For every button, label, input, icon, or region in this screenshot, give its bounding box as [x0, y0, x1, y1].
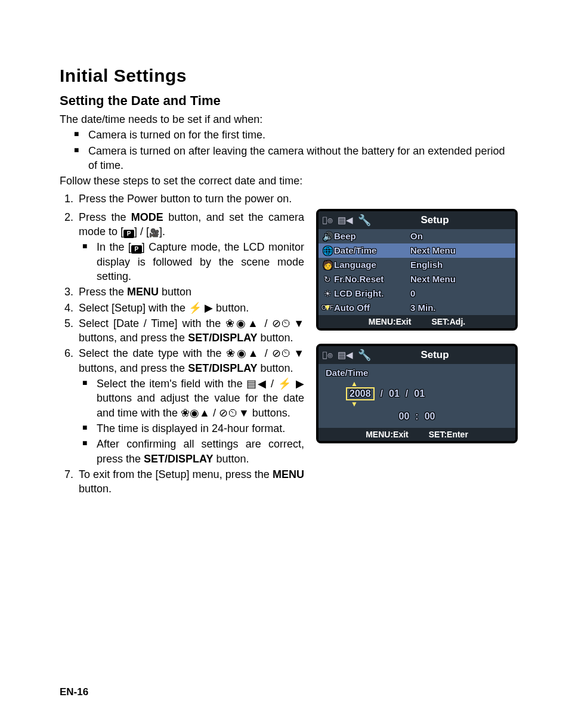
reset-icon: ↻: [321, 274, 334, 284]
step-6-sub: The time is displayed in 24-hour format.: [82, 421, 304, 436]
wrench-icon: 🔧: [358, 214, 371, 227]
nav-glyphs: ❀◉▲ / ⊘⏲▼: [225, 317, 304, 329]
year-field: 2008: [346, 387, 375, 400]
language-icon: 🧑: [321, 260, 334, 270]
wrench-icon: 🔧: [358, 348, 371, 362]
follow-text: Follow these steps to set the correct da…: [60, 174, 515, 188]
lcd-datetime-edit: ⌷◎ ▤◀ 🔧 Setup Date/Time ▲ 2008 / 01 / 01: [316, 344, 518, 443]
step-6-sub: After confirming all settings are correc…: [82, 437, 304, 466]
beep-icon: 🔊: [321, 232, 334, 241]
step-7: To exit from the [Setup] menu, press the…: [76, 467, 304, 496]
step-2: Press the MODE button, and set the camer…: [76, 210, 304, 283]
hour-field: 00: [399, 411, 410, 422]
menu-value: Next Menu: [410, 274, 456, 284]
menu-value: 3 Min.: [410, 303, 436, 313]
intro-bullet: Camera is turned on after leaving the ca…: [74, 144, 515, 173]
menu-label: LCD Bright.: [334, 288, 410, 298]
footer-menu-exit: MENU:Exit: [369, 317, 412, 326]
nav-glyphs: ❀◉▲ / ⊘⏲▼: [181, 407, 249, 419]
lcd-setup-menu: ⌷◎ ▤◀ 🔧 Setup 🔊BeepOn 🌐Date/TimeNext Men…: [316, 209, 518, 331]
menu-value: Next Menu: [410, 245, 456, 255]
chevron-up-icon: ▲: [351, 380, 358, 387]
step-6: Select the date type with the ❀◉▲ / ⊘⏲▼ …: [76, 346, 304, 465]
footer-set-enter: SET:Enter: [429, 430, 468, 439]
month-field: 01: [389, 388, 400, 399]
step-3: Press the MENU button: [76, 285, 304, 299]
camera-icon: ⌷◎: [322, 215, 333, 225]
section-subtitle: Setting the Date and Time: [60, 93, 515, 109]
menu-label: Fr.No.Reset: [334, 274, 410, 284]
menu-value: On: [410, 231, 423, 241]
menu-label: Date/Time: [334, 245, 410, 255]
footer-set-adj: SET:Adj.: [431, 317, 465, 326]
lcd-title: Setup: [376, 349, 512, 361]
nav-glyphs: ❀◉▲ / ⊘⏲▼: [226, 347, 304, 359]
p-mode-icon: P: [131, 245, 142, 254]
bright-icon: ☀: [321, 289, 334, 298]
list-icon: ▤◀: [338, 215, 353, 226]
step-2-sub: In the [P] Capture mode, the LCD monitor…: [82, 240, 304, 283]
intro-text: The date/time needs to be set if and whe…: [60, 112, 515, 127]
datetime-label: Date/Time: [326, 368, 508, 378]
intro-bullet: Camera is turned on for the first time.: [74, 128, 515, 142]
menu-value: 0: [410, 288, 415, 298]
date-icon: 🌐: [321, 246, 334, 255]
menu-label: Auto Off: [334, 303, 410, 313]
video-mode-icon: 🎥: [149, 227, 159, 239]
chevron-down-icon: ▼: [351, 400, 358, 408]
step-1: Press the Power button to turn the power…: [76, 192, 515, 206]
chevron-down-icon: ▼: [320, 303, 332, 312]
footer-menu-exit: MENU:Exit: [366, 430, 409, 439]
nav-glyphs: ▤◀ / ⚡ ▶: [246, 378, 304, 390]
page-title: Initial Settings: [60, 66, 515, 86]
lcd-title: Setup: [376, 214, 512, 226]
menu-label: Beep: [334, 231, 410, 241]
step-6-sub: Select the item's field with the ▤◀ / ⚡ …: [82, 377, 304, 420]
step-5: Select [Date / Time] with the ❀◉▲ / ⊘⏲▼ …: [76, 316, 304, 346]
minute-field: 00: [425, 411, 435, 422]
list-icon: ▤◀: [338, 350, 353, 360]
step-4: Select [Setup] with the ⚡ ▶ button.: [76, 301, 304, 315]
menu-label: Language: [334, 260, 410, 270]
menu-value: English: [410, 260, 443, 270]
camera-icon: ⌷◎: [322, 350, 333, 360]
p-mode-icon: P: [123, 230, 134, 238]
day-field: 01: [414, 388, 425, 399]
